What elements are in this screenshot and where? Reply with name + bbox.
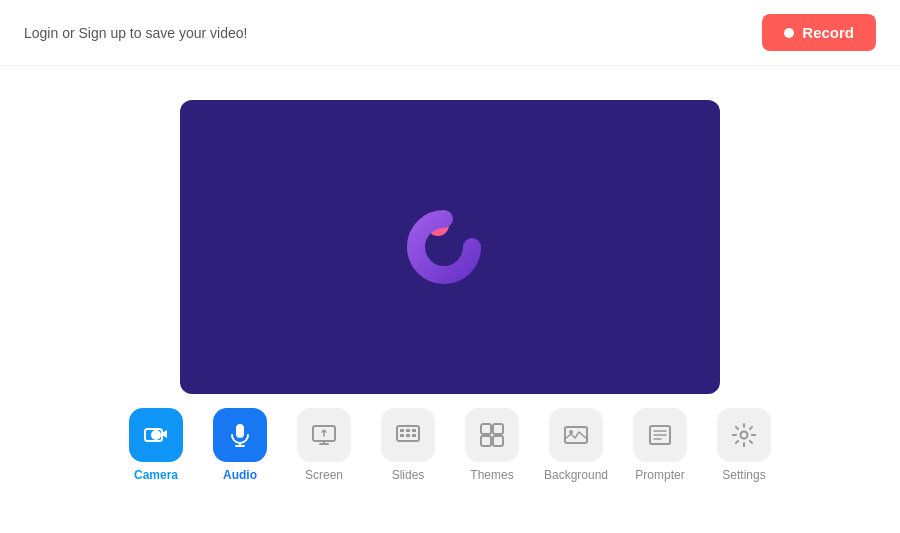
toolbar-item-themes[interactable]: Themes [456, 408, 528, 482]
svg-rect-17 [493, 436, 503, 446]
themes-label: Themes [470, 468, 513, 482]
settings-label: Settings [722, 468, 765, 482]
toolbar-item-background[interactable]: Background [540, 408, 612, 482]
slides-icon-wrap [381, 408, 435, 462]
background-icon-wrap [549, 408, 603, 462]
svg-rect-14 [481, 424, 491, 434]
svg-point-1 [151, 430, 161, 440]
svg-rect-8 [400, 429, 404, 432]
camera-icon-wrap [129, 408, 183, 462]
record-button[interactable]: Record [762, 14, 876, 51]
toolbar: Camera Audio Sc [24, 394, 876, 500]
screen-icon-wrap [297, 408, 351, 462]
toolbar-item-prompter[interactable]: Prompter [624, 408, 696, 482]
settings-icon-wrap [717, 408, 771, 462]
svg-rect-3 [236, 424, 244, 438]
svg-rect-10 [412, 429, 416, 432]
svg-rect-18 [565, 427, 587, 443]
header: Login or Sign up to save your video! Rec… [0, 0, 900, 66]
record-dot-icon [784, 28, 794, 38]
svg-rect-11 [400, 434, 404, 437]
svg-rect-7 [397, 426, 419, 441]
background-label: Background [544, 468, 608, 482]
signup-link[interactable]: Sign up [79, 25, 126, 41]
svg-rect-15 [493, 424, 503, 434]
audio-label: Audio [223, 468, 257, 482]
prompter-label: Prompter [635, 468, 684, 482]
main-content: Camera Audio Sc [0, 66, 900, 533]
svg-rect-12 [406, 434, 410, 437]
audio-icon-wrap [213, 408, 267, 462]
header-auth-text: Login or Sign up to save your video! [24, 25, 247, 41]
prompter-icon-wrap [633, 408, 687, 462]
camera-label: Camera [134, 468, 178, 482]
svg-point-19 [569, 430, 573, 434]
toolbar-item-settings[interactable]: Settings [708, 408, 780, 482]
video-preview [180, 100, 720, 394]
svg-rect-16 [481, 436, 491, 446]
screen-label: Screen [305, 468, 343, 482]
svg-rect-13 [412, 434, 416, 437]
preview-logo [400, 197, 500, 297]
themes-icon-wrap [465, 408, 519, 462]
svg-point-24 [741, 431, 748, 438]
svg-rect-9 [406, 429, 410, 432]
slides-label: Slides [392, 468, 425, 482]
login-link[interactable]: Login [24, 25, 58, 41]
toolbar-item-camera[interactable]: Camera [120, 408, 192, 482]
toolbar-item-screen[interactable]: Screen [288, 408, 360, 482]
toolbar-item-slides[interactable]: Slides [372, 408, 444, 482]
toolbar-item-audio[interactable]: Audio [204, 408, 276, 482]
